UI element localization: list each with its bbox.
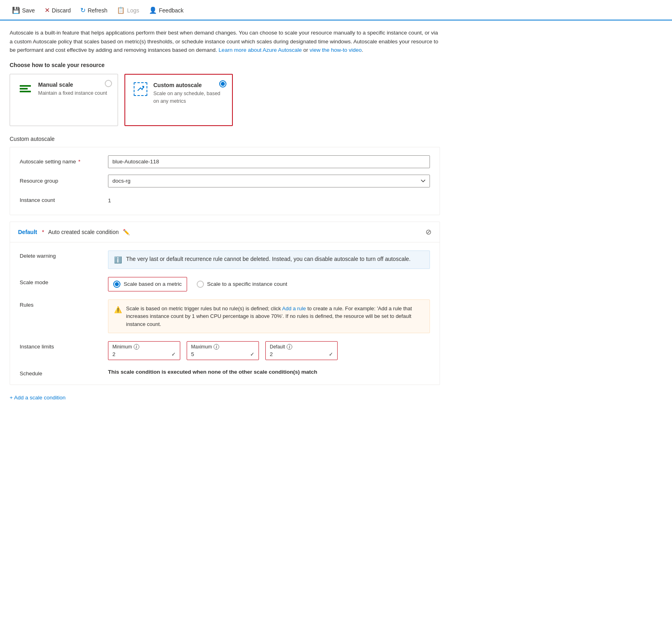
condition-header: Default * Auto created scale condition ✏… — [10, 222, 440, 242]
scale-specific-count-radio[interactable] — [197, 281, 204, 288]
add-scale-condition-button[interactable]: + Add a scale condition — [10, 391, 65, 404]
maximum-value: 5 — [191, 351, 194, 357]
custom-autoscale-title: Custom autoscale — [153, 82, 224, 88]
resource-group-select[interactable]: docs-rg — [108, 175, 430, 187]
custom-autoscale-icon — [133, 82, 148, 96]
logs-icon: 📋 — [117, 6, 125, 14]
delete-condition-icon[interactable]: ⊘ — [426, 228, 432, 236]
default-limit-value: 2 — [270, 351, 273, 357]
scale-options: Manual scale Maintain a fixed instance c… — [10, 74, 440, 126]
add-rule-link[interactable]: Add a rule — [282, 305, 306, 311]
maximum-checkmark: ✓ — [250, 351, 255, 357]
default-limit-checkmark: ✓ — [329, 351, 333, 357]
learn-more-link[interactable]: Learn more about Azure Autoscale — [219, 47, 302, 53]
scale-mode-radio-group: Scale based on a metric Scale to a speci… — [108, 277, 430, 291]
manual-scale-card[interactable]: Manual scale Maintain a fixed instance c… — [10, 74, 118, 126]
instance-limits-group: Minimum i 2 ✓ Maximum — [108, 341, 430, 360]
minimum-checkmark: ✓ — [171, 351, 176, 357]
rules-row: Rules ⚠️ Scale is based on metric trigge… — [20, 299, 430, 334]
condition-body: Delete warning ℹ️ The very last or defau… — [10, 242, 440, 385]
minimum-info-icon: i — [134, 344, 139, 350]
schedule-text: This scale condition is executed when no… — [108, 368, 430, 376]
how-to-video-link[interactable]: view the how-to video — [310, 47, 362, 53]
default-limit-info-icon: i — [287, 344, 292, 350]
save-icon: 💾 — [12, 6, 20, 14]
maximum-limit-field: Maximum i 5 ✓ — [187, 341, 259, 360]
choose-scale-title: Choose how to scale your resource — [10, 62, 440, 68]
delete-warning-box: ℹ️ The very last or default recurrence r… — [108, 250, 430, 269]
scale-based-metric-wrapper: Scale based on a metric — [108, 277, 187, 291]
custom-autoscale-radio[interactable] — [219, 80, 226, 88]
feedback-button[interactable]: 👤 Feedback — [145, 4, 187, 16]
rules-warning-box: ⚠️ Scale is based on metric trigger rule… — [108, 299, 430, 334]
discard-button[interactable]: ✕ Discard — [41, 4, 75, 16]
delete-warning-row: Delete warning ℹ️ The very last or defau… — [20, 250, 430, 269]
instance-count-row: Instance count 1 — [20, 194, 430, 207]
minimum-value: 2 — [112, 351, 116, 357]
manual-scale-title: Manual scale — [38, 81, 107, 88]
setting-name-input[interactable] — [108, 155, 430, 168]
default-label: Default — [18, 229, 37, 235]
maximum-info-icon: i — [214, 344, 219, 350]
edit-condition-icon[interactable]: ✏️ — [123, 229, 130, 235]
manual-scale-icon — [18, 81, 33, 96]
minimum-limit-field: Minimum i 2 ✓ — [108, 341, 180, 360]
save-button[interactable]: 💾 Save — [8, 4, 39, 16]
schedule-row: Schedule This scale condition is execute… — [20, 368, 430, 377]
resource-group-row: Resource group docs-rg — [20, 175, 430, 187]
default-limit-field: Default i 2 ✓ — [265, 341, 338, 360]
toolbar: 💾 Save ✕ Discard ↻ Refresh 📋 Logs 👤 Feed… — [0, 0, 672, 20]
manual-scale-desc: Maintain a fixed instance count — [38, 90, 107, 97]
custom-autoscale-desc: Scale on any schedule, based on any metr… — [153, 90, 224, 105]
intro-text: Autoscale is a built-in feature that hel… — [10, 28, 440, 55]
instance-limits-row: Instance limits Minimum i 2 ✓ — [20, 341, 430, 360]
instance-count-value: 1 — [108, 197, 111, 204]
refresh-icon: ↻ — [80, 6, 86, 14]
feedback-icon: 👤 — [149, 6, 157, 14]
custom-autoscale-subsection-title: Custom autoscale — [10, 136, 440, 142]
setting-name-row: Autoscale setting name * — [20, 155, 430, 168]
condition-name: Auto created scale condition — [48, 229, 119, 235]
refresh-button[interactable]: ↻ Refresh — [76, 4, 111, 16]
logs-button[interactable]: 📋 Logs — [113, 4, 143, 16]
scale-based-metric-radio[interactable] — [113, 281, 120, 288]
warning-icon: ⚠️ — [114, 305, 122, 315]
autoscale-settings-box: Autoscale setting name * Resource group … — [10, 147, 440, 215]
custom-autoscale-card[interactable]: Custom autoscale Scale on any schedule, … — [124, 74, 233, 126]
manual-scale-radio[interactable] — [105, 80, 112, 87]
scale-specific-count-option[interactable]: Scale to a specific instance count — [197, 281, 287, 288]
default-condition-box: Default * Auto created scale condition ✏… — [10, 222, 440, 385]
autoscale-svg-icon — [136, 85, 145, 93]
scale-based-metric-option[interactable]: Scale based on a metric — [113, 281, 182, 288]
info-icon: ℹ️ — [114, 256, 122, 264]
discard-icon: ✕ — [45, 6, 50, 14]
scale-mode-row: Scale mode Scale based on a metric Scale… — [20, 277, 430, 291]
